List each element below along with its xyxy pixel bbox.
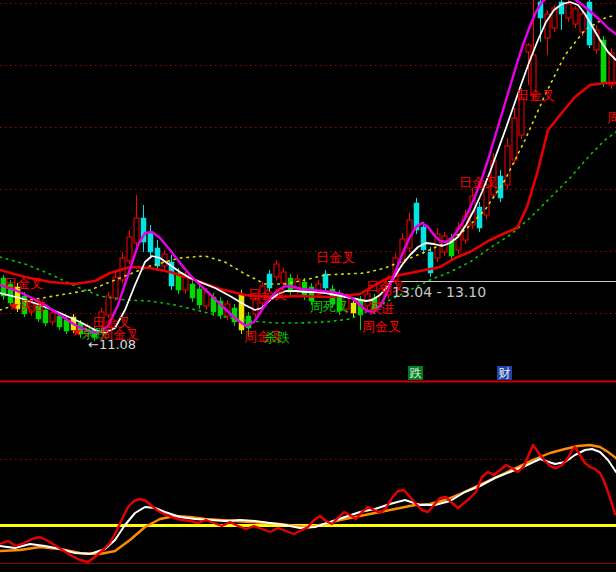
stock-chart-app: 日金叉★买进日金叉★杀跌周金叉←11.08日金叉周金叉杀跌日金叉周死叉日金叉买进… — [0, 0, 616, 572]
indicator-orange-line — [0, 445, 616, 554]
ma-green-dotted-line — [0, 132, 616, 323]
ma-yellow-dotted-line — [0, 15, 616, 310]
price-range-label: 13.04 - 13.10 — [392, 284, 486, 300]
indicator-red-line — [0, 445, 615, 562]
price-down-badge: 跌 — [408, 366, 423, 380]
wealth-badge: 财 — [497, 366, 512, 380]
ma-white-line — [0, 2, 616, 333]
ma-magenta-line — [0, 0, 616, 333]
chart-canvas[interactable] — [0, 0, 616, 572]
